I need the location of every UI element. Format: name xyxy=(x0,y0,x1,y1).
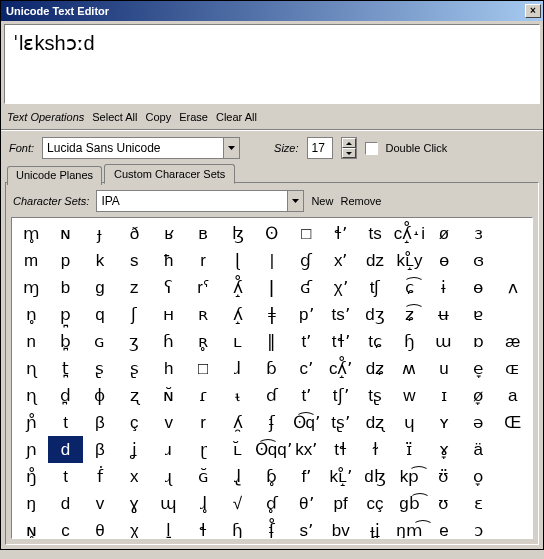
char-cell[interactable]: xʼ xyxy=(324,247,358,274)
charset-combo[interactable] xyxy=(96,190,304,212)
double-click-checkbox[interactable] xyxy=(365,142,378,155)
char-cell[interactable]: pʼ xyxy=(289,301,323,328)
char-cell[interactable]: ʃ xyxy=(117,301,151,328)
char-cell[interactable]: k xyxy=(83,247,117,274)
char-cell[interactable]: ʟ̆ xyxy=(220,436,254,463)
char-cell[interactable]: cʎ̝̊˔i xyxy=(392,220,426,247)
char-cell[interactable]: ð xyxy=(117,220,151,247)
char-cell[interactable]: e̞ xyxy=(461,355,495,382)
char-cell[interactable]: t xyxy=(48,463,82,490)
char-cell[interactable]: tʼ xyxy=(289,382,323,409)
char-cell[interactable]: d xyxy=(48,490,82,517)
char-cell[interactable]: d xyxy=(48,436,82,463)
char-cell[interactable]: pf xyxy=(324,490,358,517)
char-cell[interactable]: ɵ xyxy=(427,247,461,274)
char-cell[interactable]: v xyxy=(152,409,186,436)
char-cell[interactable]: tʃʼ xyxy=(324,382,358,409)
char-cell[interactable]: a xyxy=(495,382,530,409)
char-cell[interactable]: kʟ̝̊ʼ xyxy=(324,463,358,490)
char-cell[interactable]: ɜ xyxy=(461,220,495,247)
char-cell[interactable]: tʂʼ xyxy=(324,409,358,436)
char-cell[interactable]: rˤ xyxy=(186,274,220,301)
spinner-up[interactable] xyxy=(342,138,356,148)
char-cell[interactable]: ä xyxy=(461,436,495,463)
char-cell[interactable]: ɽ xyxy=(186,436,220,463)
char-cell[interactable] xyxy=(495,463,530,490)
char-cell[interactable]: ʂ xyxy=(83,355,117,382)
char-cell[interactable]: d̪ xyxy=(48,382,82,409)
char-cell[interactable]: ‖ xyxy=(255,328,289,355)
char-cell[interactable]: b̪ xyxy=(48,328,82,355)
clear-all-button[interactable]: Clear All xyxy=(216,111,257,123)
char-cell[interactable]: t̪ xyxy=(48,355,82,382)
char-cell[interactable]: θʼ xyxy=(289,490,323,517)
char-cell[interactable]: □ xyxy=(186,355,220,382)
char-cell[interactable]: kxʼ xyxy=(289,436,323,463)
char-cell[interactable]: p̪ xyxy=(48,301,82,328)
char-cell[interactable]: b xyxy=(48,274,82,301)
char-cell[interactable]: z xyxy=(117,274,151,301)
char-cell[interactable]: ɵ xyxy=(461,274,495,301)
char-cell[interactable]: ø xyxy=(427,220,461,247)
char-cell[interactable]: ɲ̊ xyxy=(14,409,48,436)
char-cell[interactable]: ɓ̥ xyxy=(255,463,289,490)
char-cell[interactable]: ŋ xyxy=(14,490,48,517)
char-cell[interactable]: ḟ xyxy=(83,463,117,490)
char-cell[interactable]: fʼ xyxy=(289,463,323,490)
char-cell[interactable]: χ xyxy=(117,517,151,539)
char-cell[interactable]: ǀ xyxy=(255,274,289,301)
font-input[interactable] xyxy=(43,138,223,158)
char-cell[interactable]: ʊ̈ xyxy=(427,463,461,490)
char-cell[interactable]: ŋ̊ xyxy=(14,463,48,490)
char-cell[interactable]: ɣ xyxy=(117,490,151,517)
char-cell[interactable]: ø̞ xyxy=(461,382,495,409)
char-cell[interactable]: ɫ xyxy=(358,436,392,463)
char-cell[interactable]: ɢ̆ xyxy=(186,463,220,490)
char-cell[interactable]: ʕ xyxy=(152,274,186,301)
char-cell[interactable]: p xyxy=(48,247,82,274)
char-cell[interactable]: u xyxy=(427,355,461,382)
char-cell[interactable]: ɛ xyxy=(461,490,495,517)
char-cell[interactable]: ʙ xyxy=(186,220,220,247)
char-cell[interactable]: ɢ xyxy=(83,328,117,355)
char-cell[interactable]: □ xyxy=(289,220,323,247)
char-cell[interactable]: tsʼ xyxy=(324,301,358,328)
char-cell[interactable]: m̥ xyxy=(14,220,48,247)
select-all-button[interactable]: Select All xyxy=(92,111,137,123)
char-cell[interactable]: ʘ͡qqʼ xyxy=(255,436,289,463)
char-cell[interactable]: ħ xyxy=(152,247,186,274)
char-cell[interactable]: m xyxy=(14,247,48,274)
char-cell[interactable]: r xyxy=(186,409,220,436)
character-grid[interactable]: m̥ɴɟðʁʙɮʘ□ɬʼtscʎ̝̊˔iøɜmpksħrɭ|ɠxʼdzkʟ̝̊y… xyxy=(11,217,533,539)
text-editor[interactable]: ˈlɛkshɔːd xyxy=(4,24,540,104)
char-cell[interactable]: kʟ̝̊y xyxy=(392,247,426,274)
tab-custom-sets[interactable]: Custom Characer Sets xyxy=(104,164,235,184)
char-cell[interactable]: ʍ xyxy=(392,355,426,382)
char-cell[interactable]: ŋm͡ xyxy=(392,517,426,539)
char-cell[interactable]: h xyxy=(152,355,186,382)
tab-unicode-planes[interactable]: Unicode Planes xyxy=(7,166,102,185)
char-cell[interactable]: tɬʼ xyxy=(324,328,358,355)
char-cell[interactable]: ɕ͡ xyxy=(392,274,426,301)
char-cell[interactable]: ɥ xyxy=(392,409,426,436)
char-cell[interactable]: cʎ̝̊ʼ xyxy=(324,355,358,382)
char-cell[interactable] xyxy=(495,490,530,517)
char-cell[interactable]: ɻ xyxy=(152,463,186,490)
char-cell[interactable]: ɶ xyxy=(495,355,530,382)
char-cell[interactable]: gb͡ xyxy=(392,490,426,517)
char-cell[interactable]: n̥ xyxy=(14,301,48,328)
char-cell[interactable]: tʼ xyxy=(289,328,323,355)
chevron-down-icon[interactable] xyxy=(223,138,239,158)
char-cell[interactable]: tʃ xyxy=(358,274,392,301)
char-cell[interactable]: ɪ xyxy=(427,382,461,409)
char-cell[interactable]: ɓ xyxy=(255,355,289,382)
charset-input[interactable] xyxy=(97,191,287,211)
size-field[interactable] xyxy=(307,137,333,159)
char-cell[interactable]: s xyxy=(117,247,151,274)
char-cell[interactable]: ʀ̥ xyxy=(186,328,220,355)
char-cell[interactable]: bv xyxy=(324,517,358,539)
char-cell[interactable]: ɤ̞ xyxy=(427,436,461,463)
char-cell[interactable]: sʼ xyxy=(289,517,323,539)
char-cell[interactable]: ʄ xyxy=(255,409,289,436)
char-cell[interactable]: ɐ xyxy=(461,301,495,328)
